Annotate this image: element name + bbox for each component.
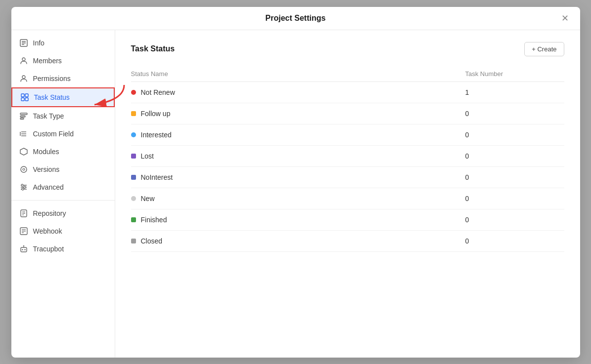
create-button[interactable]: + Create [524, 42, 564, 56]
sidebar-item-task-type[interactable]: Task Type [11, 107, 115, 125]
close-button[interactable]: ✕ [558, 11, 572, 25]
modal: Project Settings ✕ InfoMembersPermission… [11, 7, 580, 358]
section-title: Task Status [131, 44, 175, 53]
sidebar-item-modules[interactable]: Modules [11, 143, 115, 161]
modal-title: Project Settings [266, 14, 326, 23]
status-cell: Follow up [131, 110, 465, 118]
sidebar-item-permissions[interactable]: Permissions [11, 70, 115, 87]
task-number: 0 [465, 237, 564, 245]
table-row: Follow up0 [131, 103, 564, 124]
advanced-label: Advanced [33, 183, 64, 191]
members-label: Members [33, 57, 62, 65]
task-status-icon [20, 93, 29, 101]
permissions-icon [19, 75, 28, 82]
task-type-label: Task Type [33, 112, 64, 120]
modules-label: Modules [33, 148, 59, 156]
task-number: 0 [465, 216, 564, 224]
main-content: Task Status + Create Status Name Task Nu… [115, 30, 580, 358]
advanced-icon [19, 183, 28, 191]
task-number: 1 [465, 88, 564, 96]
status-dot [131, 196, 136, 201]
modal-header: Project Settings ✕ [11, 7, 580, 30]
status-cell: Not Renew [131, 88, 465, 96]
task-status-label: Task Status [34, 93, 70, 101]
permissions-label: Permissions [33, 75, 71, 82]
task-number: 0 [465, 110, 564, 118]
svg-point-23 [24, 186, 26, 188]
tracupbot-label: Tracupbot [33, 245, 64, 253]
status-dot [131, 217, 136, 222]
sidebar-item-tracupbot[interactable]: Tracupbot [11, 240, 115, 258]
status-cell: Finished [131, 216, 465, 224]
svg-rect-9 [25, 98, 28, 101]
status-cell: NoInterest [131, 173, 465, 181]
status-cell: Interested [131, 131, 465, 139]
status-dot [131, 111, 136, 116]
modal-body: InfoMembersPermissionsTask StatusTask Ty… [11, 30, 580, 358]
sidebar-item-members[interactable]: Members [11, 52, 115, 70]
repository-label: Repository [33, 209, 66, 217]
svg-rect-34 [21, 247, 27, 252]
col-status-name: Status Name [131, 70, 465, 78]
svg-rect-7 [25, 94, 28, 97]
status-name: Interested [141, 131, 172, 139]
col-task-number: Task Number [465, 70, 564, 78]
status-cell: Lost [131, 152, 465, 160]
status-dot [131, 239, 136, 243]
sidebar: InfoMembersPermissionsTask StatusTask Ty… [11, 30, 115, 358]
svg-rect-12 [20, 118, 24, 120]
status-name: Closed [141, 237, 163, 245]
table-row: Finished0 [131, 209, 564, 231]
status-name: Finished [141, 216, 167, 224]
sidebar-item-custom-field[interactable]: Custom Field [11, 125, 115, 143]
modules-icon [19, 148, 28, 156]
task-type-icon [19, 112, 28, 120]
sidebar-item-info[interactable]: Info [11, 34, 115, 52]
sidebar-item-repository[interactable]: Repository [11, 204, 115, 222]
status-name: Follow up [141, 110, 171, 118]
sidebar-item-task-status[interactable]: Task Status [11, 87, 115, 107]
svg-point-5 [22, 76, 25, 79]
versions-icon [19, 165, 28, 173]
table-row: Not Renew1 [131, 82, 564, 103]
svg-point-36 [24, 249, 25, 250]
status-dot [131, 90, 136, 95]
members-icon [19, 57, 28, 65]
task-number: 0 [465, 173, 564, 181]
tracupbot-icon [19, 245, 28, 253]
sidebar-item-advanced[interactable]: Advanced [11, 178, 115, 196]
sidebar-item-versions[interactable]: Versions [11, 161, 115, 178]
table-header: Status Name Task Number [131, 66, 564, 82]
svg-point-4 [22, 58, 25, 61]
svg-rect-10 [20, 113, 27, 115]
svg-rect-11 [20, 116, 25, 117]
task-number: 0 [465, 152, 564, 160]
table-row: Interested0 [131, 124, 564, 146]
status-dot [131, 175, 136, 180]
section-header: Task Status + Create [131, 42, 564, 56]
custom-field-label: Custom Field [33, 130, 74, 138]
svg-point-38 [23, 245, 24, 246]
svg-point-21 [21, 184, 23, 186]
status-cell: New [131, 195, 465, 202]
status-cell: Closed [131, 237, 465, 245]
table-row: Closed0 [131, 231, 564, 252]
task-number: 0 [465, 131, 564, 139]
table-row: NoInterest0 [131, 167, 564, 188]
status-name: Not Renew [141, 88, 175, 96]
info-icon [19, 39, 28, 47]
webhook-icon [19, 227, 28, 235]
sidebar-item-webhook[interactable]: Webhook [11, 222, 115, 240]
svg-marker-17 [20, 148, 27, 155]
svg-rect-8 [21, 98, 24, 101]
sidebar-divider [11, 200, 115, 201]
svg-point-18 [21, 166, 27, 172]
status-name: New [141, 195, 155, 202]
status-name: NoInterest [141, 173, 173, 181]
versions-label: Versions [33, 165, 60, 173]
info-label: Info [33, 39, 45, 47]
svg-point-35 [22, 249, 23, 250]
repository-icon [19, 209, 28, 217]
svg-rect-6 [21, 94, 24, 97]
status-dot [131, 154, 136, 159]
